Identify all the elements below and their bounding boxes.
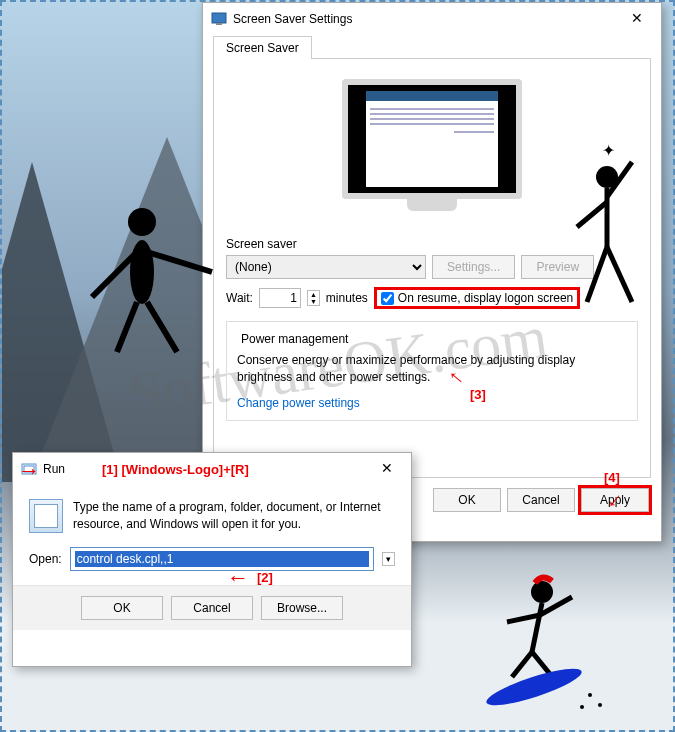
run-close-button[interactable]: ✕ — [371, 459, 403, 479]
run-cancel-button[interactable]: Cancel — [171, 596, 253, 620]
tab-panel: Screen saver (None) Settings... Preview … — [213, 58, 651, 478]
power-management-group: Power management Conserve energy or maxi… — [226, 321, 638, 421]
svg-point-25 — [598, 703, 602, 707]
wait-input[interactable] — [259, 288, 301, 308]
wait-spin-down[interactable]: ▼ — [308, 298, 319, 305]
run-browse-button[interactable]: Browse... — [261, 596, 343, 620]
titlebar: Screen Saver Settings ✕ — [203, 3, 661, 35]
wait-label: Wait: — [226, 291, 253, 305]
ok-button[interactable]: OK — [433, 488, 501, 512]
monitor-preview — [337, 79, 527, 219]
screensaver-group-label: Screen saver — [226, 237, 638, 251]
power-legend: Power management — [237, 332, 352, 346]
resume-checkbox[interactable] — [381, 292, 394, 305]
close-button[interactable]: ✕ — [621, 9, 653, 29]
svg-line-22 — [532, 652, 554, 679]
svg-rect-1 — [216, 23, 222, 25]
run-title: Run — [43, 462, 371, 476]
run-description: Type the name of a program, folder, docu… — [73, 499, 395, 533]
svg-line-19 — [507, 615, 540, 622]
change-power-settings-link[interactable]: Change power settings — [237, 396, 360, 410]
svg-point-17 — [531, 581, 553, 603]
resume-label: On resume, display logon screen — [398, 291, 573, 305]
run-icon-small — [21, 461, 37, 477]
run-button-row: OK Cancel Browse... — [13, 585, 411, 630]
svg-line-20 — [540, 597, 572, 615]
power-text: Conserve energy or maximize performance … — [237, 352, 627, 386]
dialog-title: Screen Saver Settings — [233, 12, 621, 26]
open-combobox[interactable] — [70, 547, 374, 571]
apply-button[interactable]: Apply — [581, 488, 649, 512]
svg-rect-3 — [24, 466, 34, 472]
stick-figure-snowboard — [472, 567, 632, 717]
preview-button[interactable]: Preview — [521, 255, 594, 279]
run-ok-button[interactable]: OK — [81, 596, 163, 620]
open-dropdown-icon[interactable]: ▾ — [382, 552, 395, 566]
svg-point-26 — [580, 705, 584, 709]
cancel-button[interactable]: Cancel — [507, 488, 575, 512]
svg-point-24 — [588, 693, 592, 697]
run-titlebar: Run ✕ — [13, 453, 411, 485]
screensaver-icon — [211, 11, 227, 27]
svg-rect-0 — [212, 13, 226, 23]
open-input-field[interactable] — [75, 551, 369, 567]
open-label: Open: — [29, 552, 62, 566]
screensaver-select[interactable]: (None) — [226, 255, 426, 279]
run-dialog: Run ✕ Type the name of a program, folder… — [12, 452, 412, 667]
svg-line-18 — [532, 603, 542, 652]
settings-button[interactable]: Settings... — [432, 255, 515, 279]
wait-spin-up[interactable]: ▲ — [308, 291, 319, 298]
svg-line-21 — [512, 652, 532, 677]
minutes-label: minutes — [326, 291, 368, 305]
run-large-icon — [29, 499, 63, 533]
tab-screen-saver[interactable]: Screen Saver — [213, 36, 312, 59]
svg-point-23 — [483, 662, 584, 712]
resume-highlight: On resume, display logon screen — [374, 287, 580, 309]
